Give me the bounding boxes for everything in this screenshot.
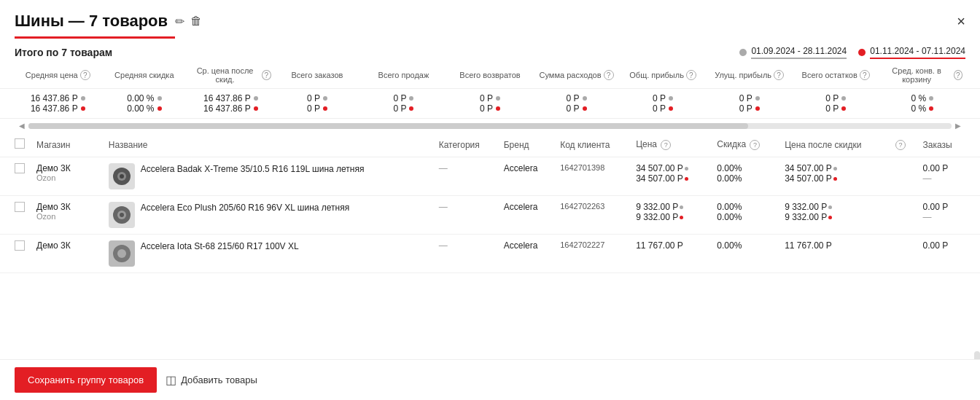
td-discount-2: 0.00% 0.00% xyxy=(711,196,779,235)
ad-dot-r-2 xyxy=(828,216,832,219)
add-products-button[interactable]: ◫ Добавить товары xyxy=(166,373,257,387)
stats-val-2: 16 437.86 Р 16 437.86 Р xyxy=(187,92,274,115)
th-orders: Заказы xyxy=(917,133,980,157)
qmark-2[interactable]: ? xyxy=(262,70,271,80)
td-checkbox-2 xyxy=(0,196,31,235)
td-product-3: Accelera Iota St-68 215/60 R17 100V XL xyxy=(103,235,433,273)
row-checkbox-2[interactable] xyxy=(15,202,25,212)
edit-button[interactable]: ✏ xyxy=(175,15,184,28)
delete-button[interactable]: 🗑 xyxy=(190,15,202,28)
table-row: Демо 3К Ozon Accelera Eco Plush 205/60 R… xyxy=(0,196,980,235)
stats-header: Средняя цена ? Средняя скидка Ср. цена п… xyxy=(0,62,980,89)
stats-val-6: 0 Р 0 Р xyxy=(533,92,620,115)
stats-val-9: 0 Р 0 Р xyxy=(793,92,879,115)
td-code-2: 1642702263 xyxy=(554,196,630,235)
shop-platform-2: Ozon xyxy=(36,212,97,221)
stats-val-10: 0 % 0 % xyxy=(879,92,965,115)
table-row: Демо 3К Ozon Accelera Badak X-Treme 35/1… xyxy=(0,157,980,196)
date-dot-gray xyxy=(739,49,747,56)
val-dot-red-9 xyxy=(841,106,846,111)
qmark-0[interactable]: ? xyxy=(80,70,90,80)
svg-point-2 xyxy=(120,174,124,179)
qmark-6[interactable]: ? xyxy=(604,70,614,80)
stats-col-1: Средняя скидка xyxy=(101,62,188,88)
td-code-1: 1642701398 xyxy=(554,157,630,196)
summary-label: Итого по 7 товарам xyxy=(15,47,112,58)
product-table: Магазин Название Категория Бренд Код кли… xyxy=(0,133,980,273)
td-brand-1: Accelera xyxy=(498,157,554,196)
td-after-q-2 xyxy=(888,196,917,235)
row-checkbox-3[interactable] xyxy=(15,240,25,251)
select-all-checkbox[interactable] xyxy=(15,138,25,149)
ad-dot-g-2 xyxy=(828,205,832,209)
stats-col-3: Всего заказов xyxy=(274,62,361,88)
val-dot-gray-6 xyxy=(583,96,587,101)
product-name-2: Accelera Eco Plush 205/60 R16 96V XL шин… xyxy=(141,202,349,214)
th-name: Название xyxy=(103,133,433,157)
scroll-right-btn[interactable]: ▶ xyxy=(952,122,965,130)
td-discount-3: 0.00% xyxy=(711,235,779,273)
td-after-discount-3: 11 767.00 Р xyxy=(779,235,888,273)
bottom-bar: Сохранить группу товаров ◫ Добавить това… xyxy=(0,359,980,400)
th-code: Код клиента xyxy=(554,133,630,157)
product-table-container[interactable]: Магазин Название Категория Бренд Код кли… xyxy=(0,133,980,359)
th-after-qmark: ? xyxy=(888,133,917,157)
val-dot-red-6 xyxy=(583,106,587,111)
qmark-7[interactable]: ? xyxy=(686,70,696,80)
val-dot-gray-2 xyxy=(254,96,258,101)
scrollbar-thumb[interactable] xyxy=(28,123,748,129)
val-dot-gray-7 xyxy=(669,96,673,101)
price-dot-r-2 xyxy=(680,216,683,219)
date-label-1: 01.09.2024 - 28.11.2024 xyxy=(751,46,847,59)
td-shop-1: Демо 3К Ozon xyxy=(31,157,103,196)
qmark-8[interactable]: ? xyxy=(774,70,784,80)
stats-val-3: 0 Р 0 Р xyxy=(274,92,361,115)
row-checkbox-1[interactable] xyxy=(15,163,25,173)
vertical-scrollbar[interactable] xyxy=(974,351,980,359)
qmark-9[interactable]: ? xyxy=(860,70,870,80)
th-checkbox xyxy=(0,133,31,157)
save-group-button[interactable]: Сохранить группу товаров xyxy=(15,367,157,393)
product-img-2 xyxy=(109,202,135,228)
stats-val-8: 0 Р 0 Р xyxy=(706,92,793,115)
td-price-1: 34 507.00 Р 34 507.00 Р xyxy=(630,157,711,196)
summary-row: Итого по 7 товарам 01.09.2024 - 28.11.20… xyxy=(0,39,980,62)
val-dot-red-4 xyxy=(409,106,413,111)
stats-val-5: 0 Р 0 Р xyxy=(447,92,534,115)
td-brand-3: Accelera xyxy=(498,235,554,273)
scroll-left-btn[interactable]: ◀ xyxy=(15,122,28,130)
td-product-1: Accelera Badak X-Treme 35/10.5 R16 119L … xyxy=(103,157,433,196)
td-cat-2: — xyxy=(433,196,498,235)
val-dot-red-0 xyxy=(81,106,85,111)
price-dot-g-1 xyxy=(685,167,688,170)
scrollbar-track[interactable] xyxy=(28,123,951,129)
date-filters: 01.09.2024 - 28.11.2024 01.11.2024 - 07.… xyxy=(739,46,965,59)
td-orders-3: 0.00 Р xyxy=(917,235,980,273)
discount-qmark[interactable]: ? xyxy=(750,140,760,150)
date-filter-1[interactable]: 01.09.2024 - 28.11.2024 xyxy=(739,46,847,59)
after-qmark[interactable]: ? xyxy=(895,140,906,150)
td-brand-2: Accelera xyxy=(498,196,554,235)
price-qmark[interactable]: ? xyxy=(661,140,671,150)
header: Шины — 7 товаров ✏ 🗑 × xyxy=(0,0,980,31)
td-after-q-1 xyxy=(888,157,917,196)
date-dot-red xyxy=(858,49,866,56)
val-dot-gray-1 xyxy=(158,96,162,101)
td-cat-1: — xyxy=(433,157,498,196)
horizontal-scrollbar[interactable]: ◀ ▶ xyxy=(0,119,980,133)
page-title: Шины — 7 товаров xyxy=(15,12,168,31)
th-shop: Магазин xyxy=(31,133,103,157)
stats-col-7: Общ. прибыль ? xyxy=(620,62,707,88)
th-discount: Скидка ? xyxy=(711,133,779,157)
stats-val-4: 0 Р 0 Р xyxy=(360,92,447,115)
val-dot-gray-5 xyxy=(496,96,500,101)
val-dot-red-7 xyxy=(669,106,673,111)
product-img-1 xyxy=(109,163,135,189)
td-after-discount-2: 9 332.00 Р 9 332.00 Р xyxy=(779,196,888,235)
close-button[interactable]: × xyxy=(957,13,965,30)
td-shop-3: Демо 3К xyxy=(31,235,103,273)
date-filter-2[interactable]: 01.11.2024 - 07.11.2024 xyxy=(858,46,965,59)
qmark-10[interactable]: ? xyxy=(954,70,962,80)
td-shop-2: Демо 3К Ozon xyxy=(31,196,103,235)
td-discount-1: 0.00% 0.00% xyxy=(711,157,779,196)
